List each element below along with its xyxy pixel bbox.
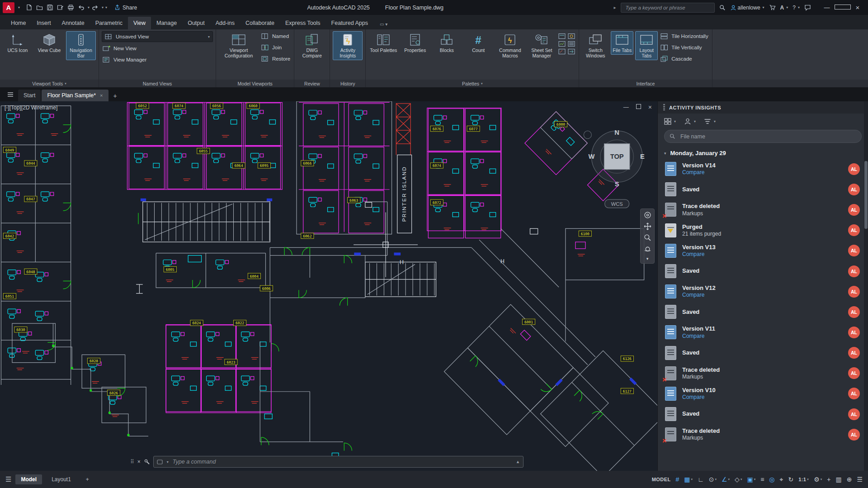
snap-mode-icon[interactable]: ▦▾ bbox=[684, 476, 693, 483]
drawing-restore-button[interactable] bbox=[636, 104, 641, 110]
ribbon-display-toggle[interactable]: ▭ ▾ bbox=[377, 19, 390, 29]
ribbon-tab-parametric[interactable]: Parametric bbox=[90, 17, 128, 29]
panel-label-interface[interactable]: Interface bbox=[579, 80, 712, 87]
file-name-search-input[interactable] bbox=[679, 133, 856, 140]
isometric-drafting-icon[interactable]: ◇▾ bbox=[735, 476, 742, 483]
activity-item[interactable]: SavedAL bbox=[658, 404, 868, 424]
file-tab-menu-button[interactable] bbox=[4, 89, 17, 101]
graphics-performance-icon[interactable]: ▥ bbox=[835, 476, 841, 483]
join-viewports-button[interactable]: Join bbox=[260, 43, 291, 52]
activity-item[interactable]: SavedAL bbox=[658, 343, 868, 363]
panel-label-model-viewports[interactable]: Model Viewports bbox=[216, 80, 294, 87]
date-group-header[interactable]: ▾ Monday, January 29 bbox=[658, 147, 868, 159]
drawing-close-button[interactable]: × bbox=[648, 104, 652, 111]
signed-in-user-button[interactable]: allenlowe ▾ bbox=[730, 5, 764, 11]
polar-tracking-icon[interactable]: ∠▾ bbox=[722, 476, 730, 483]
panel-label-named-views[interactable]: Named Views bbox=[99, 80, 216, 87]
panel-label-review[interactable]: Review bbox=[294, 80, 330, 87]
orbit-icon[interactable] bbox=[644, 245, 651, 253]
command-input[interactable] bbox=[172, 458, 513, 465]
workspace-settings-icon[interactable]: ⚙▾ bbox=[814, 476, 822, 483]
drawing-canvas[interactable]: 6052607460566060605560646095606660636062… bbox=[0, 101, 657, 471]
application-menu-button[interactable]: A bbox=[3, 2, 14, 13]
new-layout-button[interactable]: + bbox=[80, 474, 94, 484]
help-menu-button[interactable]: ?▾ bbox=[793, 5, 800, 11]
drawing-minimize-button[interactable]: — bbox=[623, 104, 629, 110]
search-icon[interactable] bbox=[719, 5, 726, 11]
activity-item[interactable]: SavedAL bbox=[658, 302, 868, 322]
command-macros-button[interactable]: ϟ Command Macros bbox=[495, 31, 525, 60]
named-viewports-button[interactable]: Named bbox=[260, 31, 291, 41]
panel-scrollbar-thumb[interactable] bbox=[864, 161, 868, 229]
maximize-button[interactable] bbox=[835, 4, 850, 11]
help-search-box[interactable] bbox=[621, 3, 715, 13]
feedback-bubble-icon[interactable] bbox=[804, 4, 811, 11]
file-name-search-box[interactable] bbox=[664, 130, 862, 143]
zoom-icon[interactable] bbox=[644, 234, 651, 242]
ribbon-tab-view[interactable]: View bbox=[128, 17, 151, 29]
view-options-dropdown[interactable]: ▾ bbox=[664, 118, 676, 125]
ribbon-tab-output[interactable]: Output bbox=[182, 17, 210, 29]
activity-item[interactable]: Version V14CompareAL bbox=[658, 159, 868, 179]
ribbon-tab-add-ins[interactable]: Add-ins bbox=[210, 17, 240, 29]
file-tab-start[interactable]: Start bbox=[18, 90, 41, 101]
activity-item[interactable]: Version V10CompareAL bbox=[658, 384, 868, 404]
tile-vertically-button[interactable]: Tile Vertically bbox=[660, 43, 709, 52]
close-tab-icon[interactable]: × bbox=[100, 93, 103, 98]
switch-windows-button[interactable]: Switch Windows bbox=[582, 31, 609, 60]
tile-horizontally-button[interactable]: Tile Horizontally bbox=[660, 31, 709, 41]
command-dock-grip[interactable]: ⠿ bbox=[130, 459, 134, 465]
ribbon-tab-featured-apps[interactable]: Featured Apps bbox=[326, 17, 373, 29]
ribbon-tab-manage[interactable]: Manage bbox=[151, 17, 182, 29]
ribbon-tab-express-tools[interactable]: Express Tools bbox=[280, 17, 326, 29]
render-icon[interactable] bbox=[558, 41, 566, 47]
activity-item[interactable]: Version V13CompareAL bbox=[658, 241, 868, 261]
cart-icon[interactable] bbox=[769, 4, 776, 11]
panel-label-history[interactable]: History bbox=[330, 80, 365, 87]
view-list-dropdown[interactable]: Unsaved View ▾ bbox=[102, 31, 213, 42]
panel-scrollbar[interactable] bbox=[864, 101, 868, 471]
activity-item[interactable]: SavedAL bbox=[658, 261, 868, 281]
event-filter-dropdown[interactable]: ▾ bbox=[704, 118, 716, 125]
full-navigation-wheel-icon[interactable] bbox=[644, 211, 651, 219]
compare-link[interactable]: Compare bbox=[682, 251, 842, 258]
annotation-scale-button[interactable]: 1:1▾ bbox=[798, 477, 809, 482]
compare-link[interactable]: Compare bbox=[682, 292, 842, 298]
view-cube-button[interactable]: View Cube bbox=[34, 31, 64, 55]
blocks-button[interactable]: Blocks bbox=[432, 31, 462, 55]
compare-link[interactable]: Compare bbox=[682, 394, 842, 401]
panel-label-palettes[interactable]: Palettes▾ bbox=[366, 80, 579, 87]
selection-cycling-icon[interactable]: ◎ bbox=[769, 476, 774, 483]
ribbon-tab-collaborate[interactable]: Collaborate bbox=[240, 17, 280, 29]
grid-display-icon[interactable]: # bbox=[676, 476, 679, 483]
layout-tabs-button[interactable]: Layout Tabs bbox=[635, 31, 658, 60]
activity-insights-button[interactable]: ϟ Activity Insights bbox=[333, 31, 363, 60]
viewport-configuration-button[interactable]: Viewport Configuration bbox=[219, 31, 259, 60]
activity-item[interactable]: Trace deletedMarkupsAL bbox=[658, 424, 868, 445]
undo-caret-icon[interactable]: ▾ bbox=[88, 5, 90, 9]
help-search-input[interactable] bbox=[625, 5, 711, 11]
visual-styles-icon[interactable] bbox=[558, 33, 566, 39]
pan-icon[interactable] bbox=[644, 223, 651, 230]
ribbon-tab-home[interactable]: Home bbox=[5, 17, 31, 29]
viewport-controls-label[interactable]: [-][Top][2D Wireframe] bbox=[5, 104, 57, 111]
layout-menu-icon[interactable]: ☰ bbox=[5, 475, 11, 483]
activity-item[interactable]: Version V12CompareAL bbox=[658, 281, 868, 302]
open-file-button[interactable] bbox=[35, 3, 44, 12]
autodesk-app-button[interactable]: A▾ bbox=[780, 5, 788, 11]
file-tab-floor-plan-sample[interactable]: Floor Plan Sample* × bbox=[42, 90, 108, 101]
minimize-button[interactable]: — bbox=[819, 4, 835, 11]
customize-plus-icon[interactable]: + bbox=[827, 476, 830, 483]
activity-item[interactable]: Trace deletedMarkupsAL bbox=[658, 363, 868, 384]
share-button[interactable]: Share bbox=[114, 5, 137, 11]
command-input-box[interactable]: ▾ ▲ bbox=[153, 456, 524, 468]
lineweight-icon[interactable]: ≡ bbox=[760, 476, 764, 483]
panel-grip-icon[interactable] bbox=[663, 104, 665, 111]
model-space-button[interactable]: MODEL bbox=[652, 477, 671, 482]
close-button[interactable]: × bbox=[850, 4, 865, 11]
compare-link[interactable]: Compare bbox=[682, 169, 842, 176]
count-button[interactable]: # Count bbox=[463, 31, 493, 55]
ucs-icon-button[interactable]: UCS Icon bbox=[3, 31, 33, 55]
qat-customize-caret-icon[interactable]: ▾ bbox=[105, 5, 107, 9]
command-recent-caret-icon[interactable]: ▾ bbox=[167, 460, 169, 464]
